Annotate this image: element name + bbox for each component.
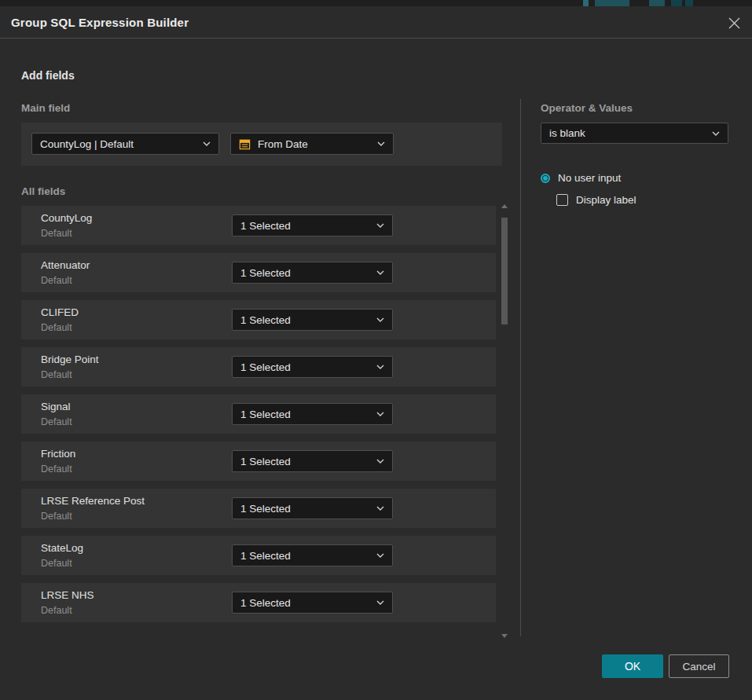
selected-count: 1 Selected xyxy=(240,503,370,515)
chevron-down-icon xyxy=(376,270,384,275)
selected-count: 1 Selected xyxy=(240,456,370,467)
cancel-button[interactable]: Cancel xyxy=(669,654,729,678)
operator-value: is blank xyxy=(549,127,706,139)
selected-count: 1 Selected xyxy=(240,314,370,326)
chevron-down-icon xyxy=(376,223,384,228)
selected-count: 1 Selected xyxy=(240,267,370,279)
field-selected-dropdown[interactable]: 1 Selected xyxy=(232,450,393,472)
field-selected-dropdown[interactable]: 1 Selected xyxy=(232,497,393,519)
chevron-down-icon xyxy=(376,600,384,605)
field-name: Friction xyxy=(41,448,75,460)
field-row-signal: Signal Default 1 Selected xyxy=(21,394,496,434)
field-source: Default xyxy=(41,558,72,569)
chevron-down-icon xyxy=(203,141,211,146)
chevron-down-icon xyxy=(376,553,384,558)
main-field-panel: CountyLog | Default From Date xyxy=(21,123,502,166)
display-label-text: Display label xyxy=(576,194,636,206)
selected-count: 1 Selected xyxy=(240,550,370,562)
no-user-input-radio[interactable] xyxy=(541,174,550,183)
selected-count: 1 Selected xyxy=(240,220,370,232)
dialog-titlebar: Group SQL Expression Builder xyxy=(0,6,752,38)
field-source: Default xyxy=(41,275,72,286)
layer-select-dropdown[interactable]: CountyLog | Default xyxy=(31,133,219,155)
no-user-input-option[interactable]: No user input xyxy=(541,172,621,184)
field-selected-dropdown[interactable]: 1 Selected xyxy=(232,214,393,236)
all-fields-heading: All fields xyxy=(21,185,65,197)
selected-count: 1 Selected xyxy=(240,409,370,420)
scrollbar-up-arrow-icon[interactable] xyxy=(501,204,508,208)
group-sql-expression-builder-dialog: Group SQL Expression Builder Add fields … xyxy=(0,6,752,700)
no-user-input-label: No user input xyxy=(558,172,621,184)
field-name: Attenuator xyxy=(41,259,90,271)
field-selected-dropdown[interactable]: 1 Selected xyxy=(232,592,393,614)
chevron-down-icon xyxy=(376,365,384,369)
panel-divider xyxy=(520,99,521,636)
field-row-lrse-reference-post: LRSE Reference Post Default 1 Selected xyxy=(21,489,496,528)
screen: Group SQL Expression Builder Add fields … xyxy=(0,0,752,700)
field-source: Default xyxy=(41,416,72,427)
background-app-toolbar xyxy=(0,0,752,6)
toolbar-fragment xyxy=(649,0,665,6)
field-row-statelog: StateLog Default 1 Selected xyxy=(21,536,496,575)
display-label-checkbox[interactable] xyxy=(556,194,568,206)
field-name: StateLog xyxy=(41,542,83,554)
main-field-heading: Main field xyxy=(21,102,70,114)
field-row-attenuator: Attenuator Default 1 Selected xyxy=(21,253,496,292)
chevron-down-icon xyxy=(376,412,384,416)
field-source: Default xyxy=(41,605,72,616)
list-scrollbar[interactable] xyxy=(501,203,508,640)
display-label-option[interactable]: Display label xyxy=(556,194,636,206)
close-button[interactable] xyxy=(727,16,741,30)
scrollbar-thumb[interactable] xyxy=(501,218,508,324)
field-selected-dropdown[interactable]: 1 Selected xyxy=(232,403,393,425)
field-source: Default xyxy=(41,322,72,333)
operator-values-heading: Operator & Values xyxy=(541,102,633,114)
field-row-bridge-point: Bridge Point Default 1 Selected xyxy=(21,347,496,387)
field-source: Default xyxy=(41,464,72,475)
main-field-select-dropdown[interactable]: From Date xyxy=(230,133,394,155)
chevron-down-icon xyxy=(376,317,384,322)
field-source: Default xyxy=(41,511,72,522)
toolbar-fragment xyxy=(685,0,693,6)
toolbar-fragment xyxy=(671,0,682,6)
main-field-select-value: From Date xyxy=(258,138,371,150)
field-selected-dropdown[interactable]: 1 Selected xyxy=(232,262,393,284)
scrollbar-down-arrow-icon[interactable] xyxy=(501,634,508,638)
dialog-title: Group SQL Expression Builder xyxy=(11,16,189,29)
layer-select-value: CountyLog | Default xyxy=(40,138,196,150)
chevron-down-icon xyxy=(712,131,720,136)
field-name: CountyLog xyxy=(41,212,92,224)
field-source: Default xyxy=(41,228,72,239)
toolbar-fragment xyxy=(583,0,589,6)
operator-select-dropdown[interactable]: is blank xyxy=(541,123,728,144)
field-row-friction: Friction Default 1 Selected xyxy=(21,442,496,481)
field-name: Bridge Point xyxy=(41,354,99,365)
field-name: Signal xyxy=(41,401,71,412)
field-row-lrse-nhs: LRSE NHS Default 1 Selected xyxy=(21,583,496,622)
chevron-down-icon xyxy=(376,459,384,464)
calendar-icon xyxy=(239,138,251,150)
field-row-countylog: CountyLog Default 1 Selected xyxy=(21,206,496,245)
field-name: CLIFED xyxy=(41,306,79,318)
field-row-clifed: CLIFED Default 1 Selected xyxy=(21,300,496,339)
field-selected-dropdown[interactable]: 1 Selected xyxy=(232,356,393,378)
field-name: LRSE Reference Post xyxy=(41,495,145,507)
chevron-down-icon xyxy=(377,141,385,146)
selected-count: 1 Selected xyxy=(240,597,370,609)
field-selected-dropdown[interactable]: 1 Selected xyxy=(232,544,393,566)
field-source: Default xyxy=(41,369,72,380)
close-icon xyxy=(728,17,740,29)
chevron-down-icon xyxy=(376,506,384,511)
field-name: LRSE NHS xyxy=(41,589,94,601)
ok-button[interactable]: OK xyxy=(602,654,663,678)
add-fields-heading: Add fields xyxy=(21,69,75,82)
radio-selected-dot xyxy=(543,176,548,181)
toolbar-fragment xyxy=(595,0,629,6)
selected-count: 1 Selected xyxy=(240,361,370,373)
field-selected-dropdown[interactable]: 1 Selected xyxy=(232,309,393,331)
